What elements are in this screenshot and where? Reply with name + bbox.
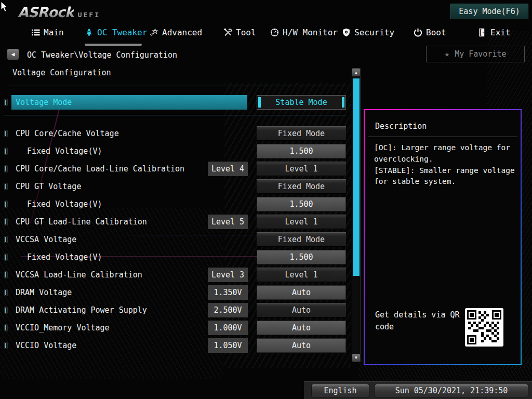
current-value-badge: Level 5 <box>208 215 248 229</box>
gauge-icon <box>270 28 279 37</box>
setting-value-button[interactable]: Auto <box>257 285 346 300</box>
setting-label: VCCSA Load-Line Calibration <box>16 270 142 280</box>
page-title: Voltage Configuration <box>12 68 111 77</box>
my-favorite-label: My Favorite <box>455 49 506 59</box>
setting-label: VCCIO_Memory Voltage <box>16 323 110 332</box>
easy-mode-label: Easy Mode(F6) <box>459 7 520 16</box>
settings-row[interactable]: DRAM Voltage 1.350V Auto <box>4 285 346 300</box>
setting-label-area: Voltage Mode <box>11 95 247 110</box>
setting-value-button[interactable]: Fixed Mode <box>257 232 346 247</box>
current-value-badge: Level 3 <box>208 268 248 282</box>
tab-security[interactable]: Security <box>342 26 394 38</box>
setting-label: Voltage Mode <box>16 98 72 107</box>
settings-row[interactable]: Fixed Voltage(V) 1.500 <box>4 250 346 264</box>
setting-value-button[interactable]: Stable Mode <box>257 95 346 110</box>
exit-door-icon <box>478 28 487 37</box>
setting-value-button[interactable]: Level 1 <box>257 162 346 176</box>
settings-row[interactable]: VCCIO Voltage 1.050V Auto <box>4 338 346 353</box>
current-value-badge: 1.350V <box>208 285 248 300</box>
my-favorite-button[interactable]: ★ My Favorite <box>426 46 525 62</box>
setting-label-area: Fixed Voltage(V) <box>11 250 247 264</box>
settings-row[interactable]: Fixed Voltage(V) 1.500 <box>4 197 346 211</box>
scrollbar-thumb[interactable] <box>353 78 360 276</box>
settings-row[interactable]: CPU Core/Cache Load-Line Calibration Lev… <box>4 162 346 176</box>
tab-exit[interactable]: Exit <box>478 26 511 38</box>
settings-row[interactable]: Fixed Voltage(V) 1.500 <box>4 144 346 158</box>
setting-value-button[interactable]: Fixed Mode <box>257 179 346 194</box>
description-panel: Description [OC]: Larger range voltage f… <box>364 109 522 365</box>
brand-name: ASRock <box>18 4 74 20</box>
section-divider <box>4 115 346 115</box>
tab-label: Main <box>44 28 64 37</box>
mouse-cursor <box>1 1 8 12</box>
setting-label: CPU Core/Cache Load-Line Calibration <box>16 164 184 174</box>
item-bullet-icon <box>4 254 8 261</box>
setting-label: VCCSA Voltage <box>16 235 76 244</box>
up-arrow-icon: ▲ <box>355 71 357 75</box>
qr-code-label: Get details via QR code <box>375 309 462 332</box>
scrollbar-track[interactable]: ▲ ▼ <box>352 68 361 362</box>
asrock-uefi-logo: ASRock UEFI <box>18 4 100 20</box>
current-value-badge: 2.500V <box>208 303 248 317</box>
star-icon: ★ <box>445 50 450 58</box>
setting-label: DRAM Voltage <box>16 288 72 297</box>
item-bullet-icon <box>4 324 8 331</box>
tab-main[interactable]: Main <box>31 26 64 38</box>
tab-boot[interactable]: Boot <box>414 26 446 38</box>
item-bullet-icon <box>4 218 8 225</box>
tab-oc-tweaker[interactable]: OC Tweaker <box>85 26 147 38</box>
description-text: [OC]: Larger range voltage for overclock… <box>374 142 516 188</box>
settings-row[interactable]: VCCSA Voltage Fixed Mode <box>4 232 346 247</box>
scroll-up-button[interactable]: ▲ <box>352 69 360 76</box>
brand-suffix: UEFI <box>78 11 100 19</box>
setting-label: Fixed Voltage(V) <box>16 200 102 209</box>
settings-row[interactable]: Voltage Mode Stable Mode <box>4 95 346 110</box>
setting-label: CPU GT Voltage <box>16 182 81 191</box>
power-icon <box>414 28 422 37</box>
settings-row[interactable]: VCCSA Load-Line Calibration Level 3 Leve… <box>4 268 346 282</box>
item-bullet-icon <box>4 130 8 137</box>
settings-row[interactable]: DRAM Activating Power Supply 2.500V Auto <box>4 303 346 317</box>
status-bar: English Sun 05/30/2021, 21:39:50 <box>304 381 532 399</box>
active-tab-underline <box>85 44 142 46</box>
settings-row[interactable]: CPU Core/Cache Voltage Fixed Mode <box>4 126 346 141</box>
back-arrow-icon: ◀ <box>11 51 15 58</box>
setting-value-button[interactable]: Level 1 <box>257 268 346 282</box>
easy-mode-button[interactable]: Easy Mode(F6) <box>450 3 529 20</box>
tab-tool[interactable]: Tool <box>223 26 256 38</box>
setting-value-button[interactable]: Auto <box>257 338 346 353</box>
settings-row[interactable]: CPU GT Voltage Fixed Mode <box>4 179 346 194</box>
rocket-icon <box>85 28 94 37</box>
list-icon <box>31 28 40 37</box>
item-bullet-icon <box>4 342 8 349</box>
item-bullet-icon <box>4 183 8 190</box>
setting-value-button[interactable]: Auto <box>257 321 346 335</box>
item-bullet-icon <box>4 289 8 296</box>
tab-label: H/W Monitor <box>283 28 338 37</box>
description-panel-body: Description [OC]: Larger range voltage f… <box>365 110 521 364</box>
setting-label: DRAM Activating Power Supply <box>16 305 147 315</box>
setting-value-button[interactable]: Level 1 <box>257 215 346 229</box>
setting-value-button[interactable]: 1.500 <box>257 197 346 211</box>
back-button[interactable]: ◀ <box>7 49 19 60</box>
scroll-down-button[interactable]: ▼ <box>352 354 360 362</box>
settings-row[interactable]: CPU GT Load-Line Calibration Level 5 Lev… <box>4 215 346 229</box>
qr-modules <box>478 311 481 314</box>
tab-label: Advanced <box>162 28 202 37</box>
settings-row[interactable]: VCCIO_Memory Voltage 1.000V Auto <box>4 321 346 335</box>
setting-value-button[interactable]: 1.500 <box>257 250 346 264</box>
setting-value-button[interactable]: 1.500 <box>257 144 346 158</box>
tab-advanced[interactable]: Advanced <box>150 26 202 38</box>
tab-hw-monitor[interactable]: H/W Monitor <box>270 26 338 38</box>
qr-finder-pattern <box>467 310 476 320</box>
setting-label-area: Fixed Voltage(V) <box>11 197 247 211</box>
description-title: Description <box>375 122 427 131</box>
setting-label: Fixed Voltage(V) <box>16 252 102 262</box>
setting-label: CPU GT Load-Line Calibration <box>16 217 147 227</box>
datetime-display[interactable]: Sun 05/30/2021, 21:39:50 <box>375 384 528 397</box>
setting-value-button[interactable]: Fixed Mode <box>257 126 346 141</box>
setting-value-button[interactable]: Auto <box>257 303 346 317</box>
item-bullet-icon <box>4 165 8 172</box>
language-button[interactable]: English <box>311 384 369 397</box>
down-arrow-icon: ▼ <box>355 356 357 360</box>
